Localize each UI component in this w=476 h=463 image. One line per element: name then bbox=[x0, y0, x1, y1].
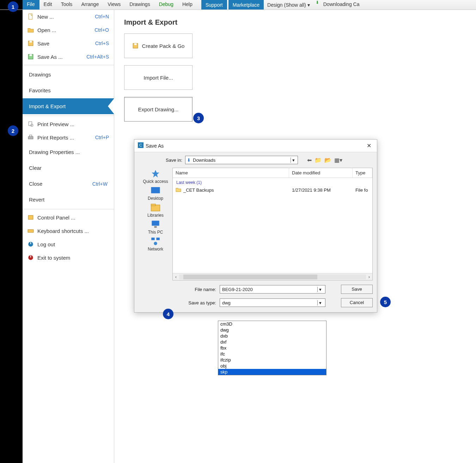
save-as-type-combo[interactable]: dwg ▾ bbox=[220, 298, 325, 307]
option-cm3d[interactable]: cm3D bbox=[218, 321, 326, 327]
design-dropdown[interactable]: Design (Show all) ▾ bbox=[264, 0, 313, 10]
file-import-export[interactable]: Import & Export bbox=[23, 98, 114, 114]
new-folder-icon[interactable]: 📂 bbox=[324, 157, 331, 163]
col-date[interactable]: Date modified bbox=[289, 168, 353, 178]
marketplace-button[interactable]: Marketplace bbox=[228, 0, 264, 10]
chevron-down-icon[interactable]: ▾ bbox=[317, 300, 323, 305]
callout-3: 3 bbox=[193, 113, 204, 123]
option-ifc[interactable]: ifc bbox=[218, 351, 326, 357]
col-name[interactable]: Name bbox=[173, 168, 289, 178]
page-title: Import & Export bbox=[124, 18, 466, 26]
file-close[interactable]: Close Ctrl+W bbox=[23, 176, 114, 192]
file-print-preview[interactable]: Print Preview ... bbox=[23, 117, 114, 131]
file-revert[interactable]: Revert bbox=[23, 192, 114, 208]
menu-views[interactable]: Views bbox=[103, 0, 125, 10]
menu-drawings[interactable]: Drawings bbox=[125, 0, 154, 10]
shortcut: Ctrl+S bbox=[95, 41, 109, 46]
chevron-down-icon[interactable]: ▾ bbox=[317, 287, 323, 292]
option-skp[interactable]: skp bbox=[218, 369, 326, 375]
file-logout[interactable]: Log out bbox=[23, 237, 114, 251]
shortcut: Ctrl+N bbox=[95, 14, 109, 19]
control-panel-icon bbox=[28, 214, 34, 221]
place-quick-access[interactable]: Quick access bbox=[143, 169, 168, 184]
menu-edit[interactable]: Edit bbox=[39, 0, 57, 10]
save-in-combo[interactable]: ⬇ Downloads ▾ bbox=[185, 156, 298, 164]
option-dwg[interactable]: dwg bbox=[218, 327, 326, 333]
cancel-button[interactable]: Cancel bbox=[341, 298, 373, 307]
save-button[interactable]: Save bbox=[341, 285, 373, 294]
downloading-status: Downloading Ca bbox=[321, 0, 362, 10]
file-drawings[interactable]: Drawings bbox=[23, 67, 114, 82]
menu-debug[interactable]: Debug bbox=[155, 0, 178, 10]
shortcut: Ctrl+O bbox=[94, 27, 109, 33]
file-row[interactable]: _CET Backups 1/27/2021 9:38 PM File fo bbox=[173, 186, 372, 195]
menu-help[interactable]: Help bbox=[178, 0, 197, 10]
back-icon[interactable]: ⬅ bbox=[307, 157, 312, 163]
svg-rect-10 bbox=[28, 230, 33, 233]
menu-arrange[interactable]: Arrange bbox=[77, 0, 103, 10]
file-new[interactable]: New ... Ctrl+N bbox=[23, 10, 114, 23]
menu-bar: File Edit Tools Arrange Views Drawings D… bbox=[0, 0, 476, 10]
menu-file[interactable]: File bbox=[23, 0, 39, 10]
download-arrow-icon: ⬇ bbox=[187, 158, 191, 163]
file-name-label: File name: bbox=[172, 287, 216, 292]
option-ifczip[interactable]: ifczip bbox=[218, 357, 326, 363]
save-as-type-label: Save as type: bbox=[172, 300, 216, 305]
file-save-as[interactable]: Save As ... Ctrl+Alt+S bbox=[23, 50, 114, 63]
design-label: Design (Show all) bbox=[267, 2, 306, 8]
support-button[interactable]: Support bbox=[201, 0, 227, 10]
option-dxf[interactable]: dxf bbox=[218, 339, 326, 345]
svg-rect-2 bbox=[30, 41, 32, 43]
up-folder-icon[interactable]: 📁 bbox=[315, 157, 322, 163]
place-desktop[interactable]: Desktop bbox=[148, 186, 163, 201]
export-drawing-button[interactable]: Export Drawing... bbox=[124, 97, 193, 122]
file-save[interactable]: Save Ctrl+S bbox=[23, 37, 114, 50]
scroll-right-icon[interactable]: › bbox=[366, 274, 372, 279]
dialog-titlebar[interactable]: C Save As ✕ bbox=[134, 140, 377, 152]
dialog-title: Save As bbox=[146, 143, 164, 149]
file-favorites[interactable]: Favorites bbox=[23, 82, 114, 98]
file-drawing-properties[interactable]: Drawing Properties ... bbox=[23, 144, 114, 160]
save-as-icon bbox=[28, 54, 34, 60]
menu-tools[interactable]: Tools bbox=[57, 0, 77, 10]
place-network[interactable]: Network bbox=[148, 237, 163, 252]
save-as-dialog: C Save As ✕ Save in: ⬇ Downloads ▾ ⬅ 📁 📂… bbox=[134, 139, 377, 313]
places-bar: Quick access Desktop Libraries This PC N… bbox=[139, 168, 172, 280]
file-print-reports[interactable]: Print Reports ... Ctrl+P bbox=[23, 131, 114, 144]
svg-rect-26 bbox=[156, 237, 159, 240]
save-in-label: Save in: bbox=[139, 158, 182, 163]
exit-icon bbox=[28, 254, 34, 261]
svg-rect-12 bbox=[30, 242, 31, 244]
horizontal-scrollbar[interactable]: ‹ › bbox=[173, 273, 372, 280]
scroll-left-icon[interactable]: ‹ bbox=[173, 274, 179, 279]
svg-rect-4 bbox=[30, 54, 32, 56]
svg-rect-23 bbox=[152, 221, 159, 226]
chevron-down-icon[interactable]: ▾ bbox=[291, 158, 296, 163]
import-file-button[interactable]: Import File... bbox=[124, 65, 193, 90]
option-obj[interactable]: obj bbox=[218, 363, 326, 369]
file-open[interactable]: Open ... Ctrl+O bbox=[23, 23, 114, 37]
file-name-input[interactable]: BEG9-21-2020 ▾ bbox=[220, 285, 325, 294]
file-control-panel[interactable]: Control Panel ... bbox=[23, 211, 114, 224]
view-menu-icon[interactable]: ▦▾ bbox=[334, 157, 342, 163]
svg-rect-7 bbox=[28, 137, 33, 139]
callout-1: 1 bbox=[8, 1, 18, 12]
folder-icon bbox=[176, 187, 181, 193]
file-clear[interactable]: Clear bbox=[23, 160, 114, 176]
shortcut: Ctrl+W bbox=[92, 181, 108, 187]
scroll-thumb[interactable] bbox=[183, 274, 317, 279]
option-dxb[interactable]: dxb bbox=[218, 333, 326, 339]
save-in-value: Downloads bbox=[193, 158, 215, 163]
file-group-header[interactable]: Last week (1) bbox=[173, 178, 372, 186]
close-icon[interactable]: ✕ bbox=[365, 142, 373, 150]
col-type[interactable]: Type bbox=[353, 168, 372, 178]
option-fbx[interactable]: fbx bbox=[218, 345, 326, 351]
save-as-type-dropdown[interactable]: cm3D dwg dxb dxf fbx ifc ifczip obj skp bbox=[218, 321, 327, 375]
place-this-pc[interactable]: This PC bbox=[148, 220, 163, 235]
callout-4: 4 bbox=[163, 309, 173, 319]
place-libraries[interactable]: Libraries bbox=[147, 203, 164, 218]
create-pack-go-button[interactable]: Create Pack & Go bbox=[124, 33, 193, 58]
print-preview-icon bbox=[28, 121, 34, 127]
file-exit[interactable]: Exit to system bbox=[23, 251, 114, 264]
file-keyboard-shortcuts[interactable]: Keyboard shortcuts ... bbox=[23, 224, 114, 237]
